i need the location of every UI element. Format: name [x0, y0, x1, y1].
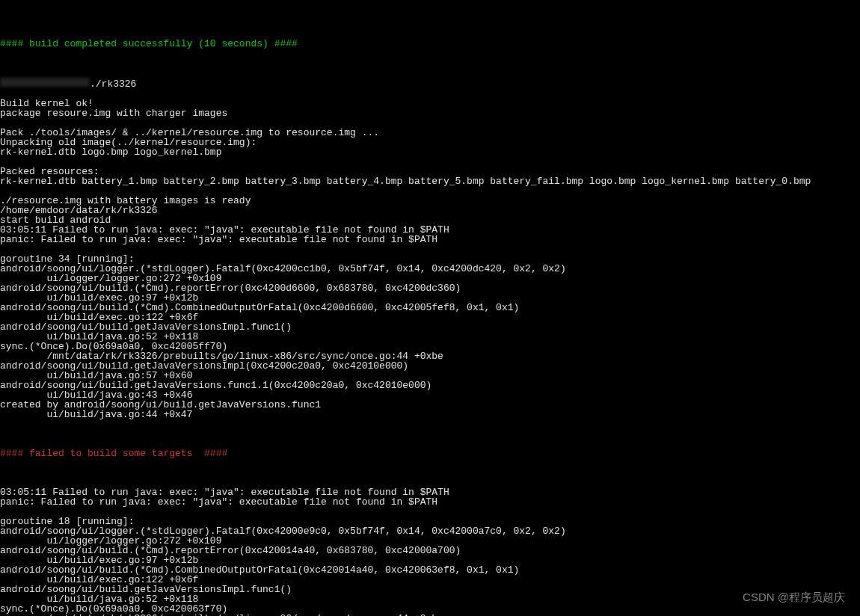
terminal-blurred-line: ./rk3326 — [0, 78, 860, 89]
terminal-output-1: Build kernel ok! package resoure.img wit… — [0, 99, 860, 419]
watermark: CSDN @程序员超庆 — [743, 591, 845, 603]
build-success-line: #### build completed successfully (10 se… — [0, 39, 860, 49]
blurred-suffix: ./rk3326 — [90, 78, 136, 90]
terminal-output-2: 03:05:11 Failed to run java: exec: "java… — [0, 487, 860, 616]
terminal-line — [0, 429, 860, 439]
terminal-line — [0, 468, 860, 478]
terminal-line — [0, 58, 860, 68]
fail-line-1: #### failed to build some targets #### — [0, 449, 860, 458]
blurred-region — [0, 78, 90, 87]
